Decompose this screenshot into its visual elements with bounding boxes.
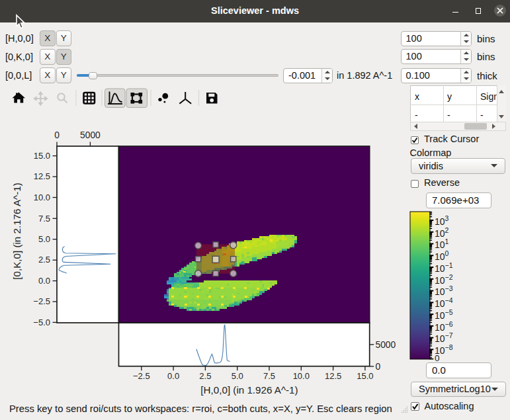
svg-text:2.5: 2.5 bbox=[199, 371, 211, 381]
svg-text:0.0: 0.0 bbox=[167, 371, 179, 381]
svg-text:0: 0 bbox=[54, 130, 60, 140]
svg-text:12.5: 12.5 bbox=[325, 371, 341, 381]
svg-text:[0,K,0] (in 2.176 A^-1): [0,K,0] (in 2.176 A^-1) bbox=[11, 183, 22, 279]
svg-text:5000: 5000 bbox=[80, 130, 101, 140]
svg-text:[H,0,0] (in 1.926 A^-1): [H,0,0] (in 1.926 A^-1) bbox=[200, 384, 298, 396]
svg-text:12.5: 12.5 bbox=[34, 171, 50, 181]
svg-text:5000: 5000 bbox=[376, 340, 396, 350]
svg-text:−2.5: −2.5 bbox=[33, 296, 50, 306]
svg-text:7.5: 7.5 bbox=[38, 214, 50, 224]
svg-text:10.0: 10.0 bbox=[34, 192, 50, 202]
svg-text:0.0: 0.0 bbox=[38, 276, 50, 286]
svg-text:−5.0: −5.0 bbox=[33, 317, 50, 327]
svg-text:2.5: 2.5 bbox=[38, 255, 50, 265]
svg-text:−2.5: −2.5 bbox=[133, 371, 150, 381]
svg-text:5.0: 5.0 bbox=[38, 234, 50, 244]
svg-text:15.0: 15.0 bbox=[357, 371, 373, 381]
svg-text:5.0: 5.0 bbox=[232, 371, 243, 381]
svg-text:7.5: 7.5 bbox=[263, 371, 275, 381]
svg-text:15.0: 15.0 bbox=[34, 151, 50, 161]
svg-text:0: 0 bbox=[376, 362, 381, 372]
svg-text:10.0: 10.0 bbox=[293, 371, 310, 381]
